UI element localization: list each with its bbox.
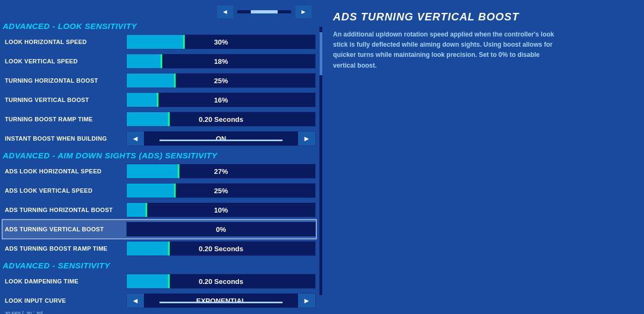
arrow-control[interactable]: ◄ ON ► (126, 131, 316, 146)
slider-value: 0.20 Seconds (127, 245, 315, 253)
nav-left-arrow[interactable]: ◄ (217, 5, 233, 18)
arrow-right-btn[interactable]: ► (298, 294, 315, 308)
slider-value: 10% (127, 206, 315, 214)
slider-control[interactable]: 27% (126, 164, 316, 179)
setting-turning-boost-ramp-time[interactable]: TURNING BOOST RAMP TIME 0.20 Seconds (3, 110, 316, 128)
right-panel-description: An additional up/down rotation speed app… (333, 30, 559, 71)
setting-label: INSTANT BOOST WHEN BUILDING (3, 135, 126, 142)
setting-label: ADS TURNING BOOST RAMP TIME (3, 245, 126, 252)
setting-look-horizontal-speed[interactable]: LOOK HORIZONTAL SPEED 30% (3, 33, 316, 51)
slider-control[interactable]: 0.20 Seconds (126, 241, 316, 256)
slider-value: 25% (127, 77, 315, 85)
slider-underline (160, 140, 283, 141)
setting-ads-turning-horizontal-boost[interactable]: ADS TURNING HORIZONTAL BOOST 10% (3, 201, 316, 219)
slider-value: 27% (127, 167, 315, 176)
setting-instant-boost-when-building[interactable]: INSTANT BOOST WHEN BUILDING ◄ ON ► (3, 129, 316, 148)
slider-value: 30% (127, 38, 315, 46)
arrow-value: ON (144, 135, 298, 143)
scrollbar-thumb[interactable] (320, 32, 322, 75)
top-scrollbar (237, 10, 291, 13)
setting-look-input-curve[interactable]: LOOK INPUT CURVE ◄ EXPONENTIAL ► (3, 291, 316, 310)
slider-value: 16% (127, 96, 315, 104)
setting-turning-horizontal-boost[interactable]: TURNING HORIZONTAL BOOST 25% (3, 71, 316, 90)
right-panel: ADS TURNING VERTICAL BOOST An additional… (322, 0, 644, 314)
slider-control[interactable]: 0.20 Seconds (126, 274, 316, 289)
setting-ads-turning-vertical-boost[interactable]: ADS TURNING VERTICAL BOOST 0% (3, 220, 316, 238)
slider-value: 18% (127, 57, 315, 65)
setting-label: TURNING BOOST RAMP TIME (3, 116, 126, 122)
arrow-control[interactable]: ◄ EXPONENTIAL ► (126, 293, 316, 308)
slider-control[interactable]: 0.20 Seconds (126, 112, 316, 127)
setting-label: TURNING VERTICAL BOOST (3, 97, 126, 103)
slider-value: 25% (127, 187, 315, 195)
slider-value: 0% (127, 225, 315, 233)
fps-info: 30 FPS [, 30 ` 30] (3, 311, 316, 314)
slider-control[interactable]: 25% (126, 73, 316, 88)
setting-label: ADS LOOK VERTICAL SPEED (3, 187, 126, 194)
slider-control[interactable]: 25% (126, 183, 316, 198)
slider-control[interactable]: 10% (126, 202, 316, 217)
setting-look-vertical-speed[interactable]: LOOK VERTICAL SPEED 18% (3, 52, 316, 70)
section-ads-sensitivity-title: ADVANCED - AIM DOWN SIGHTS (ADS) SENSITI… (3, 151, 316, 160)
arrow-right-btn[interactable]: ► (298, 132, 315, 145)
setting-label: LOOK DAMPENING TIME (3, 278, 126, 284)
slider-control[interactable]: 0% (126, 222, 316, 237)
slider-control[interactable]: 30% (126, 34, 316, 49)
nav-right-arrow[interactable]: ► (295, 5, 312, 18)
top-scrollbar-thumb (251, 10, 278, 13)
setting-label: ADS TURNING HORIZONTAL BOOST (3, 207, 126, 213)
arrow-left-btn[interactable]: ◄ (127, 294, 144, 308)
slider-value: 0.20 Seconds (127, 115, 315, 123)
setting-label: LOOK INPUT CURVE (3, 297, 126, 304)
right-panel-title: ADS TURNING VERTICAL BOOST (333, 11, 633, 23)
setting-ads-turning-boost-ramp-time[interactable]: ADS TURNING BOOST RAMP TIME 0.20 Seconds (3, 239, 316, 258)
setting-label: ADS TURNING VERTICAL BOOST (3, 226, 126, 232)
arrow-value: EXPONENTIAL (144, 297, 298, 305)
setting-turning-vertical-boost[interactable]: TURNING VERTICAL BOOST 16% (3, 91, 316, 109)
setting-ads-look-vertical-speed[interactable]: ADS LOOK VERTICAL SPEED 25% (3, 181, 316, 200)
setting-look-dampening-time[interactable]: LOOK DAMPENING TIME 0.20 Seconds (3, 272, 316, 290)
arrow-left-btn[interactable]: ◄ (127, 132, 144, 145)
section-look-sensitivity-title: ADVANCED - LOOK SENSITIVITY (3, 21, 316, 31)
setting-label: LOOK VERTICAL SPEED (3, 58, 126, 64)
slider-underline (160, 302, 283, 303)
section-sensitivity-title: ADVANCED - SENSITIVITY (3, 261, 316, 270)
slider-value: 0.20 Seconds (127, 278, 315, 286)
slider-control[interactable]: 16% (126, 92, 316, 107)
setting-label: LOOK HORIZONTAL SPEED (3, 39, 126, 45)
slider-control[interactable]: 18% (126, 54, 316, 69)
setting-ads-look-horizontal-speed[interactable]: ADS LOOK HORIZONTAL SPEED 27% (3, 162, 316, 180)
scrollbar[interactable] (319, 27, 322, 295)
setting-label: ADS LOOK HORIZONTAL SPEED (3, 168, 126, 174)
setting-label: TURNING HORIZONTAL BOOST (3, 77, 126, 84)
